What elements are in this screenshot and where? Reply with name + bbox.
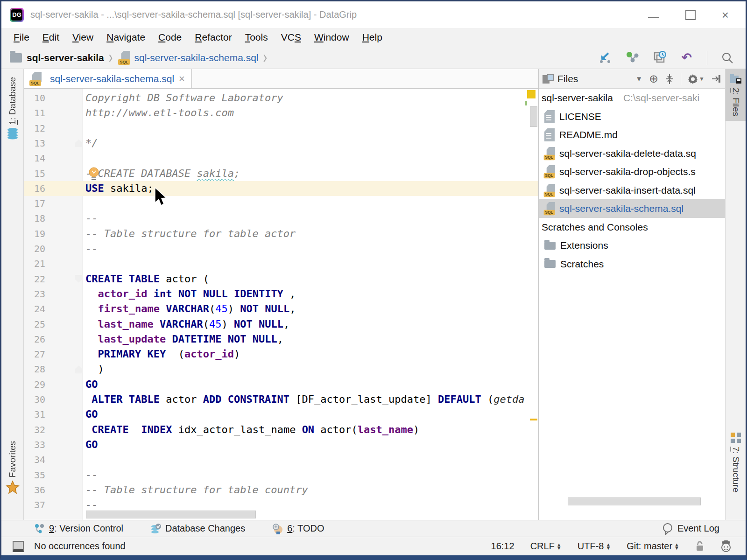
breadcrumb-project[interactable]: sql-server-sakila: [27, 52, 104, 63]
code-line-27: PRIMARY KEY (actor_id): [85, 347, 240, 362]
breadcrumb: sql-server-sakila › SQL sql-server-sakil…: [6, 50, 599, 65]
star-icon: [6, 480, 20, 494]
sql-file-icon: SQL: [29, 72, 42, 86]
collapse-all-icon[interactable]: [665, 74, 674, 84]
line-separator-widget[interactable]: CRLF▲▼: [530, 541, 562, 552]
line-number: 37: [24, 497, 45, 512]
sidebar-item-structure[interactable]: 7: Structure: [726, 432, 746, 492]
close-button[interactable]: ×: [722, 9, 729, 21]
toolwindow-version-control[interactable]: 9: Version Control: [34, 523, 123, 534]
sidebar-item-database[interactable]: 1: Database: [1, 77, 23, 140]
breadcrumb-file[interactable]: sql-server-sakila-schema.sql: [134, 52, 258, 63]
text-file-icon: [544, 128, 555, 141]
tree-item-sql-server-sakila-drop-objects-s[interactable]: SQLsql-server-sakila-drop-objects.s: [539, 162, 725, 181]
vcs-commit-icon[interactable]: [626, 51, 640, 65]
line-number: 30: [24, 392, 45, 407]
tree-item-extensions[interactable]: Extensions: [539, 236, 725, 255]
files-hscrollbar-thumb[interactable]: [568, 497, 701, 505]
menu-edit[interactable]: Edit: [36, 32, 66, 43]
tree-root[interactable]: sql-server-sakilaC:\sql-server-saki: [539, 89, 725, 107]
editor-tab-bar: SQL sql-server-sakila-schema.sql ×: [24, 69, 538, 89]
hide-panel-icon[interactable]: [711, 74, 721, 84]
code-line-18: --: [85, 211, 98, 226]
sidebar-item-files[interactable]: 2: Files: [726, 69, 746, 121]
code-line-19: -- Table structure for table actor: [85, 226, 296, 241]
line-number: 35: [24, 468, 45, 483]
toolwindow-database-changes[interactable]: Database Changes: [150, 523, 245, 534]
tree-item-license[interactable]: LICENSE: [539, 107, 725, 126]
menu-tools[interactable]: Tools: [239, 32, 275, 43]
tree-item-label: sql-server-sakila-schema.sql: [559, 203, 684, 214]
files-panel-title: Files: [557, 73, 635, 84]
toolwindow-toggle-icon[interactable]: [13, 541, 24, 552]
menu-window[interactable]: Window: [308, 32, 356, 43]
search-everywhere-icon[interactable]: [720, 51, 734, 65]
line-number: 20: [24, 241, 45, 256]
menu-file[interactable]: File: [7, 32, 36, 43]
branch-icon: [34, 523, 45, 534]
code-line-28: ): [85, 362, 104, 377]
vertical-scrollbar-thumb[interactable]: [530, 106, 537, 127]
tree-item-readme-md[interactable]: README.md: [539, 126, 725, 144]
tree-item-label: Scratches: [560, 259, 604, 270]
warning-stripe-mark[interactable]: [530, 419, 537, 420]
menu-view[interactable]: View: [66, 32, 100, 43]
mouse-cursor: [154, 187, 168, 207]
horizontal-scrollbar-thumb[interactable]: [86, 511, 256, 518]
tree-item-label: Extensions: [560, 240, 608, 251]
line-number: 22: [24, 272, 45, 287]
line-number: 34: [24, 452, 45, 467]
line-number: 15: [24, 166, 45, 181]
tree-item-sql-server-sakila-schema-sql[interactable]: SQLsql-server-sakila-schema.sql: [539, 199, 725, 218]
unlock-icon[interactable]: [695, 541, 705, 552]
toolwindow-todo[interactable]: 6: TODO: [272, 523, 324, 534]
tab-schema-sql[interactable]: SQL sql-server-sakila-schema.sql ×: [24, 69, 192, 88]
menu-help[interactable]: Help: [356, 32, 389, 43]
line-number: 29: [24, 377, 45, 392]
close-tab-icon[interactable]: ×: [179, 73, 185, 85]
line-number: 32: [24, 422, 45, 437]
code-line-16: USE sakila;: [85, 181, 154, 196]
tree-item-label: Scratches and Consoles: [542, 222, 648, 233]
vcs-update-icon[interactable]: [599, 51, 613, 65]
tree-item-scratches-and-consoles[interactable]: Scratches and Consoles: [539, 218, 725, 237]
toolwindow-event-log[interactable]: Event Log: [662, 523, 719, 535]
line-number: 28: [24, 362, 45, 377]
left-toolwindow-strip: 1: Database Favorites: [1, 69, 24, 520]
undo-icon[interactable]: ↶: [680, 51, 694, 65]
encoding-widget[interactable]: UTF-8▲▼: [578, 541, 611, 552]
code-line-25: last_name VARCHAR(45) NOT NULL,: [85, 317, 289, 332]
code-editor[interactable]: 10Copyright DB Software Laboratory11http…: [24, 89, 538, 520]
line-number: 12: [24, 121, 45, 136]
menu-code[interactable]: Code: [152, 32, 188, 43]
local-history-icon[interactable]: [653, 51, 667, 65]
line-number: 31: [24, 407, 45, 422]
git-branch-widget[interactable]: Git: master ▲▼: [627, 541, 679, 552]
tree-item-sql-server-sakila-delete-data-sq[interactable]: SQLsql-server-sakila-delete-data.sq: [539, 144, 725, 163]
tree-item-label: LICENSE: [559, 111, 601, 122]
caret-position[interactable]: 16:12: [491, 541, 514, 552]
code-line-20: --: [85, 241, 98, 256]
maximize-button[interactable]: [685, 10, 696, 20]
inspection-status-square[interactable]: [527, 90, 536, 98]
line-number: 19: [24, 226, 45, 241]
menu-vcs[interactable]: VCS: [275, 32, 308, 43]
tree-item-scratches[interactable]: Scratches: [539, 255, 725, 273]
line-number: 26: [24, 332, 45, 347]
view-dropdown-icon[interactable]: ▼: [635, 75, 642, 83]
menu-navigate[interactable]: Navigate: [100, 32, 152, 43]
locate-icon[interactable]: ⊕: [649, 72, 658, 85]
tree-item-label: sql-server-sakila-insert-data.sql: [559, 185, 696, 196]
code-line-33: GO: [85, 437, 98, 452]
code-line-31: GO: [85, 407, 98, 422]
sidebar-item-favorites[interactable]: Favorites: [1, 441, 23, 494]
menu-refactor[interactable]: Refactor: [188, 32, 238, 43]
line-number: 18: [24, 211, 45, 226]
tree-item-sql-server-sakila-insert-data-sql[interactable]: SQLsql-server-sakila-insert-data.sql: [539, 181, 725, 200]
minimize-button[interactable]: [648, 17, 659, 18]
intention-bulb-icon[interactable]: [88, 167, 100, 182]
inspector-icon[interactable]: [720, 540, 732, 553]
code-line-23: actor_id int NOT NULL IDENTITY ,: [85, 287, 296, 301]
editor-column: SQL sql-server-sakila-schema.sql ×: [24, 69, 538, 520]
settings-gear-icon[interactable]: ▼: [688, 74, 705, 84]
